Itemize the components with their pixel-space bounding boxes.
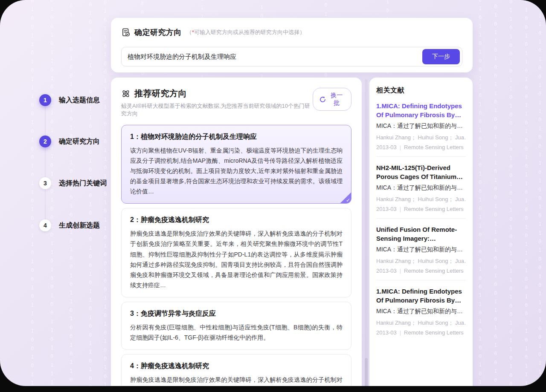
direction-card-title: 2：肿瘤免疫逃逸机制研究	[130, 216, 343, 225]
section-note: （*可输入研究方向或从推荐的研究方向中选择）	[186, 29, 305, 36]
research-direction-header: 确定研究方向 （*可输入研究方向或从推荐的研究方向中选择）	[111, 18, 473, 37]
section-title: 确定研究方向	[134, 27, 182, 37]
research-direction-input[interactable]	[122, 53, 422, 61]
literature-title[interactable]: 1.MICA: Defining Endotypes Of Pulmonary …	[376, 101, 466, 119]
direction-card-title: 1：植物对环境胁迫的分子机制及生理响应	[130, 133, 343, 141]
next-step-button[interactable]: 下一步	[422, 49, 460, 64]
related-literature-title: 相关文献	[376, 86, 466, 95]
literature-meta: 2013-03|Remote Sensing Letters|	[376, 268, 466, 274]
direction-card-body: 分析因有免疫(巨噬细胞、中性粒细胞)与适应性免疫(T细胞、B细胞)的失衡，特定细…	[130, 322, 343, 343]
related-literature-panel: 相关文献 1.MICA: Defining Endotypes Of Pulmo…	[369, 78, 473, 386]
research-direction-card: 确定研究方向 （*可输入研究方向或从推荐的研究方向中选择） 下一步	[111, 18, 473, 72]
direction-card-title: 4：肿瘤免疫逃逸机制研究	[130, 362, 343, 371]
direction-card-2[interactable]: 2：肿瘤免疫逃逸机制研究 肿瘤免疫逃逸是限制免疫治疗效果的关键障碍，深入解析免疫…	[121, 208, 351, 297]
app-window: 0 1 0 0 1 1 0 1 0 1 1 1 0 0 1 0 1 0 0 1 …	[0, 0, 546, 392]
recommended-directions-panel: 推荐研究方向 鲸灵AI®科研大模型基于检索的文献数据,为您推荐当前研究领域的10…	[111, 78, 362, 386]
direction-card-body: 肿瘤免疫逃逸是限制免疫治疗效果的关键障碍，深入解析免疫逃逸的分子机制对于创新免疫…	[130, 375, 343, 386]
step-label: 输入选题信息	[59, 96, 100, 105]
literature-authors: Hankui Zhang； Huihui Song； Jua…	[376, 257, 466, 265]
step-label: 确定研究方向	[59, 137, 100, 146]
literature-authors: Hankui Zhang； Huihui Song； Jua…	[376, 134, 466, 141]
step-label: 生成创新选题	[59, 221, 100, 230]
literature-item-2[interactable]: NH2-MIL-125(Ti)-Derived Porous Cages Of …	[376, 157, 466, 219]
literature-title[interactable]: NH2-MIL-125(Ti)-Derived Porous Cages Of …	[376, 163, 466, 181]
workflow-stepper: 1 输入选题信息 2 确定研究方向 3 选择热门关键词 4 生成创新选题	[39, 90, 112, 244]
step-select-keywords[interactable]: 3 选择热门关键词	[39, 177, 107, 189]
direction-card-4[interactable]: 4：肿瘤免疫逃逸机制研究 肿瘤免疫逃逸是限制免疫治疗效果的关键障碍，深入解析免疫…	[121, 354, 351, 386]
step-number-badge: 3	[39, 177, 51, 189]
stepper-connector-line	[45, 100, 46, 233]
step-confirm-direction[interactable]: 2 确定研究方向	[39, 135, 100, 147]
refresh-icon	[319, 96, 326, 103]
panel-title: 推荐研究方向	[134, 88, 187, 99]
main-scrollbar-thumb[interactable]	[365, 358, 368, 386]
literature-item-3[interactable]: Unified Fusion Of Remote-Sensing Imagery…	[376, 219, 466, 280]
document-check-icon	[121, 28, 131, 37]
literature-item-4[interactable]: 1.MICA: Defining Endotypes Of Pulmonary …	[376, 280, 466, 342]
research-direction-inputwrap: 下一步	[121, 47, 462, 66]
literature-desc: MICA：通过了解已知和新的与…	[376, 246, 466, 254]
refresh-batch-button[interactable]: 换一批	[313, 88, 351, 111]
direction-card-list: 1：植物对环境胁迫的分子机制及生理响应 该方向聚焦植物在UV-B辐射、重金属污染…	[121, 125, 351, 386]
literature-desc: MICA：通过了解已知和新的与…	[376, 308, 466, 315]
step-label: 选择热门关键词	[59, 179, 107, 188]
step-number-badge: 1	[39, 94, 51, 106]
literature-authors: Hankui Zhang； Huihui Song； Jua…	[376, 196, 466, 203]
step-number-badge: 4	[39, 219, 51, 231]
literature-meta: 2013-03|Remote Sensing Letters|	[376, 329, 466, 336]
step-generate-topics[interactable]: 4 生成创新选题	[39, 219, 100, 231]
direction-card-body: 肿瘤免疫逃逸是限制免疫治疗效果的关键障碍，深入解析免疫逃逸的分子机制对于创新免疫…	[130, 228, 343, 290]
direction-card-title: 3：免疫调节异常与炎症反应	[130, 309, 343, 318]
literature-desc: MICA：通过了解已知和新的与…	[376, 184, 466, 192]
literature-meta: 2013-03|Remote Sensing Letters|	[376, 144, 466, 150]
literature-authors: Hankui Zhang； Huihui Song； Jua…	[376, 319, 466, 327]
direction-card-1[interactable]: 1：植物对环境胁迫的分子机制及生理响应 该方向聚焦植物在UV-B辐射、重金属污染…	[121, 125, 351, 204]
atom-icon	[121, 89, 131, 98]
panel-subtitle: 鲸灵AI®科研大模型基于检索的文献数据,为您推荐当前研究领域的10个热门研究方向	[121, 102, 313, 118]
literature-title[interactable]: 1.MICA: Defining Endotypes Of Pulmonary …	[376, 287, 466, 305]
step-number-badge: 2	[39, 135, 51, 147]
main-scrollbar-track[interactable]	[365, 79, 368, 386]
step-input-topic-info[interactable]: 1 输入选题信息	[39, 94, 100, 106]
direction-card-3[interactable]: 3：免疫调节异常与炎症反应 分析因有免疫(巨噬细胞、中性粒细胞)与适应性免疫(T…	[121, 302, 351, 350]
check-icon: ✓	[346, 197, 350, 203]
page-background: 0 1 0 0 1 1 0 1 0 1 1 1 0 0 1 0 1 0 0 1 …	[0, 0, 546, 386]
direction-card-body: 该方向聚焦植物在UV-B辐射、重金属污染、极端温度等环境胁迫下的生理生态响应及分…	[130, 145, 343, 196]
literature-item-1[interactable]: 1.MICA: Defining Endotypes Of Pulmonary …	[376, 95, 466, 157]
literature-desc: MICA：通过了解已知和新的与…	[376, 122, 466, 130]
literature-meta: 2013-03|Remote Sensing Letters|	[376, 206, 466, 212]
literature-title[interactable]: Unified Fusion Of Remote-Sensing Imagery…	[376, 225, 466, 243]
